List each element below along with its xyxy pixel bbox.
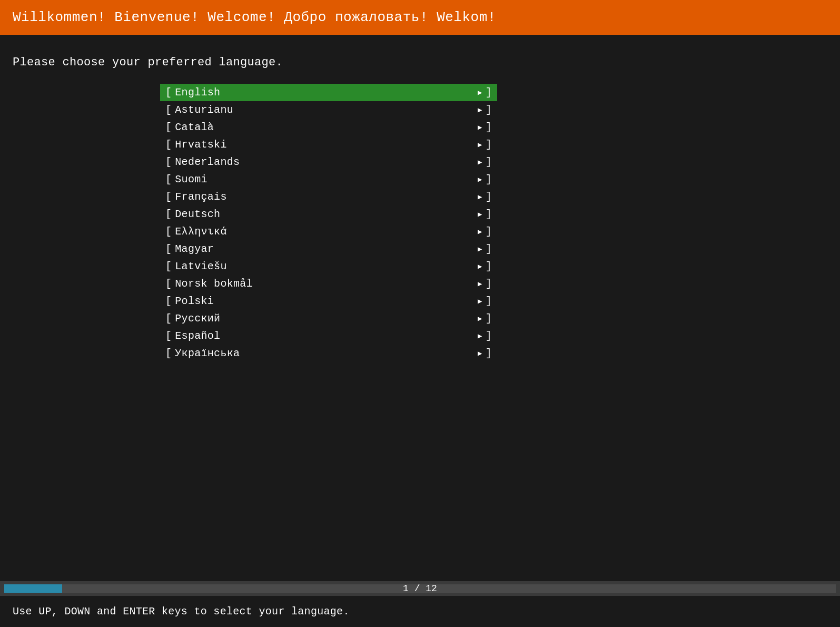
language-item[interactable]: [Ελληνικά▶] xyxy=(160,223,497,240)
language-item[interactable]: [Русский▶] xyxy=(160,310,497,327)
lang-arrow-icon: ▶ xyxy=(478,210,482,219)
language-item[interactable]: [Deutsch▶] xyxy=(160,205,497,223)
language-item-left: [Ελληνικά xyxy=(165,226,227,238)
lang-bracket-close-area: ▶] xyxy=(478,278,492,290)
lang-arrow-icon: ▶ xyxy=(478,105,482,114)
instruction-text: Please choose your preferred language. xyxy=(13,56,827,69)
language-item[interactable]: [Norsk bokmål▶] xyxy=(160,275,497,292)
language-item[interactable]: [Magyar▶] xyxy=(160,240,497,258)
progress-bar-empty xyxy=(62,584,836,593)
lang-bracket-close: ] xyxy=(486,121,492,133)
lang-name: Українська xyxy=(175,347,240,359)
language-item[interactable]: [Asturianu▶] xyxy=(160,101,497,119)
lang-arrow-icon: ▶ xyxy=(478,314,482,323)
language-item[interactable]: [Hrvatski▶] xyxy=(160,136,497,153)
language-list: [English▶][Asturianu▶][Català▶][Hrvatski… xyxy=(160,84,497,362)
lang-bracket-close-area: ▶] xyxy=(478,330,492,342)
lang-bracket-close-area: ▶] xyxy=(478,208,492,220)
lang-name: Latviešu xyxy=(175,260,226,272)
lang-bracket-close: ] xyxy=(486,86,492,99)
lang-bracket-close-area: ▶] xyxy=(478,156,492,168)
lang-bracket-close: ] xyxy=(486,330,492,342)
language-item[interactable]: [Latviešu▶] xyxy=(160,258,497,275)
language-item-left: [Hrvatski xyxy=(165,139,227,151)
language-item[interactable]: [Nederlands▶] xyxy=(160,153,497,171)
lang-bracket-close-area: ▶] xyxy=(478,226,492,238)
lang-name: Deutsch xyxy=(175,208,220,220)
lang-name: Suomi xyxy=(175,173,207,185)
lang-arrow-icon: ▶ xyxy=(478,123,482,132)
language-item[interactable]: [Polski▶] xyxy=(160,292,497,310)
lang-name: Magyar xyxy=(175,243,214,255)
lang-bracket-close: ] xyxy=(486,104,492,116)
hint-text: Use UP, DOWN and ENTER keys to select yo… xyxy=(0,596,840,627)
lang-name: Ελληνικά xyxy=(175,226,226,238)
lang-arrow-icon: ▶ xyxy=(478,192,482,201)
lang-name: Norsk bokmål xyxy=(175,278,253,290)
lang-bracket-close-area: ▶] xyxy=(478,139,492,151)
lang-bracket-close: ] xyxy=(486,260,492,272)
lang-name: Hrvatski xyxy=(175,139,226,151)
lang-arrow-icon: ▶ xyxy=(478,140,482,149)
language-item[interactable]: [Español▶] xyxy=(160,327,497,345)
progress-row: 1 / 12 xyxy=(0,581,840,596)
lang-bracket-close: ] xyxy=(486,312,492,325)
lang-bracket-close: ] xyxy=(486,243,492,255)
language-item-left: [Asturianu xyxy=(165,104,233,116)
lang-name: Español xyxy=(175,330,220,342)
lang-bracket-close: ] xyxy=(486,208,492,220)
lang-arrow-icon: ▶ xyxy=(478,244,482,253)
lang-bracket-open: [ xyxy=(165,139,172,151)
lang-bracket-close: ] xyxy=(486,347,492,359)
lang-bracket-close-area: ▶] xyxy=(478,260,492,272)
lang-bracket-open: [ xyxy=(165,347,172,359)
language-item[interactable]: [Українська▶] xyxy=(160,345,497,362)
lang-bracket-close: ] xyxy=(486,278,492,290)
lang-bracket-close-area: ▶] xyxy=(478,86,492,99)
lang-arrow-icon: ▶ xyxy=(478,331,482,340)
lang-bracket-close-area: ▶] xyxy=(478,191,492,203)
lang-bracket-open: [ xyxy=(165,330,172,342)
lang-bracket-open: [ xyxy=(165,243,172,255)
lang-name: Русский xyxy=(175,312,220,325)
language-item-left: [Українська xyxy=(165,347,240,359)
footer-area: 1 / 12 Use UP, DOWN and ENTER keys to se… xyxy=(0,581,840,627)
lang-bracket-close-area: ▶] xyxy=(478,121,492,133)
lang-bracket-close-area: ▶] xyxy=(478,347,492,359)
lang-bracket-open: [ xyxy=(165,295,172,307)
language-item-left: [Latviešu xyxy=(165,260,227,272)
lang-bracket-open: [ xyxy=(165,208,172,220)
lang-bracket-close-area: ▶] xyxy=(478,312,492,325)
lang-arrow-icon: ▶ xyxy=(478,297,482,306)
language-item-left: [Nederlands xyxy=(165,156,240,168)
lang-bracket-open: [ xyxy=(165,156,172,168)
lang-bracket-open: [ xyxy=(165,173,172,185)
header-bar: Willkommen! Bienvenue! Welcome! Добро по… xyxy=(0,0,840,35)
lang-bracket-open: [ xyxy=(165,226,172,238)
lang-bracket-close: ] xyxy=(486,173,492,185)
language-item[interactable]: [English▶] xyxy=(160,84,497,101)
lang-bracket-close: ] xyxy=(486,156,492,168)
lang-bracket-close: ] xyxy=(486,295,492,307)
language-item[interactable]: [Français▶] xyxy=(160,188,497,205)
lang-arrow-icon: ▶ xyxy=(478,175,482,184)
language-item-left: [Русский xyxy=(165,312,220,325)
language-item-left: [English xyxy=(165,86,220,99)
progress-bar-fill xyxy=(4,584,62,593)
language-item-left: [Deutsch xyxy=(165,208,220,220)
language-item-left: [Norsk bokmål xyxy=(165,278,253,290)
language-item[interactable]: [Suomi▶] xyxy=(160,171,497,188)
lang-bracket-close: ] xyxy=(486,226,492,238)
language-item[interactable]: [Català▶] xyxy=(160,119,497,136)
welcome-text: Willkommen! Bienvenue! Welcome! Добро по… xyxy=(13,9,496,25)
lang-arrow-icon: ▶ xyxy=(478,227,482,236)
lang-name: Català xyxy=(175,121,214,133)
lang-bracket-open: [ xyxy=(165,260,172,272)
lang-name: Asturianu xyxy=(175,104,233,116)
lang-bracket-open: [ xyxy=(165,86,172,99)
language-item-left: [Suomi xyxy=(165,173,207,185)
lang-bracket-close-area: ▶] xyxy=(478,104,492,116)
lang-bracket-open: [ xyxy=(165,104,172,116)
lang-arrow-icon: ▶ xyxy=(478,349,482,358)
language-item-left: [Polski xyxy=(165,295,214,307)
